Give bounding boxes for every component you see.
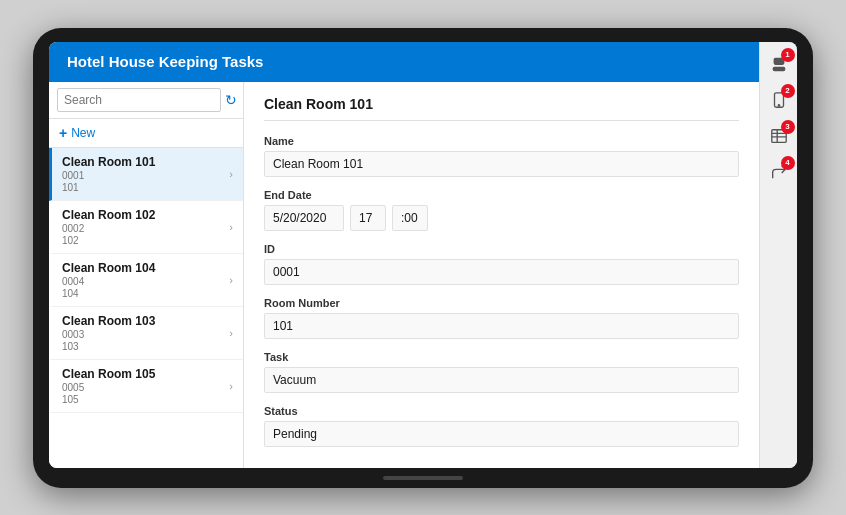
list-item[interactable]: Clean Room 101 0001 101 › <box>49 148 243 201</box>
toolbar-btn-2[interactable]: 2 <box>765 86 793 114</box>
list-item-title: Clean Room 105 <box>62 367 155 381</box>
id-field: ID 0001 <box>264 243 739 285</box>
list-item-title: Clean Room 101 <box>62 155 155 169</box>
screen: Hotel House Keeping Tasks ↻ + New <box>49 42 797 468</box>
new-button[interactable]: + New <box>49 119 243 148</box>
list-item[interactable]: Clean Room 103 0003 103 › <box>49 307 243 360</box>
chevron-right-icon: › <box>229 380 233 392</box>
name-label: Name <box>264 135 739 147</box>
detail-panel: Clean Room 101 Name Clean Room 101 End D… <box>244 82 759 468</box>
status-label: Status <box>264 405 739 417</box>
new-button-label: New <box>71 126 95 140</box>
list-item-room: 103 <box>62 341 155 352</box>
list-item-title: Clean Room 104 <box>62 261 155 275</box>
task-field: Task Vacuum <box>264 351 739 393</box>
toolbar-btn-3[interactable]: 3 <box>765 122 793 150</box>
refresh-icon[interactable]: ↻ <box>225 92 237 108</box>
app-header: Hotel House Keeping Tasks <box>49 42 797 82</box>
list-item-content: Clean Room 103 0003 103 <box>62 314 155 352</box>
list-item-title: Clean Room 102 <box>62 208 155 222</box>
status-field: Status Pending <box>264 405 739 447</box>
app-title: Hotel House Keeping Tasks <box>67 53 263 70</box>
list-item-room: 104 <box>62 288 155 299</box>
list-item-content: Clean Room 104 0004 104 <box>62 261 155 299</box>
list-item-id: 0003 <box>62 329 155 340</box>
list-item-id: 0001 <box>62 170 155 181</box>
chevron-right-icon: › <box>229 221 233 233</box>
room-number-label: Room Number <box>264 297 739 309</box>
end-date-field: End Date 5/20/2020 17 :00 <box>264 189 739 231</box>
sidebar: ↻ + New Clean Room 101 0001 101 <box>49 82 244 468</box>
search-input[interactable] <box>57 88 221 112</box>
status-value: Pending <box>264 421 739 447</box>
list-item[interactable]: Clean Room 102 0002 102 › <box>49 201 243 254</box>
task-label: Task <box>264 351 739 363</box>
chevron-right-icon: › <box>229 274 233 286</box>
toolbar-badge-2: 2 <box>781 84 795 98</box>
svg-point-3 <box>778 104 779 105</box>
end-date-label: End Date <box>264 189 739 201</box>
room-number-field: Room Number 101 <box>264 297 739 339</box>
list-item-room: 102 <box>62 235 155 246</box>
list-item-content: Clean Room 101 0001 101 <box>62 155 155 193</box>
end-date-hour: 17 <box>350 205 386 231</box>
list-item-id: 0002 <box>62 223 155 234</box>
room-list: Clean Room 101 0001 101 › Clean Room 102… <box>49 148 243 468</box>
main-content: ↻ + New Clean Room 101 0001 101 <box>49 82 797 468</box>
end-date-value-group: 5/20/2020 17 :00 <box>264 205 739 231</box>
end-date-date: 5/20/2020 <box>264 205 344 231</box>
list-item[interactable]: Clean Room 105 0005 105 › <box>49 360 243 413</box>
chevron-right-icon: › <box>229 168 233 180</box>
list-item-content: Clean Room 102 0002 102 <box>62 208 155 246</box>
list-item-title: Clean Room 103 <box>62 314 155 328</box>
list-item-id: 0004 <box>62 276 155 287</box>
id-value: 0001 <box>264 259 739 285</box>
list-item[interactable]: Clean Room 104 0004 104 › <box>49 254 243 307</box>
list-item-content: Clean Room 105 0005 105 <box>62 367 155 405</box>
search-bar: ↻ <box>49 82 243 119</box>
id-label: ID <box>264 243 739 255</box>
name-value: Clean Room 101 <box>264 151 739 177</box>
toolbar-btn-4[interactable]: 4 <box>765 158 793 186</box>
detail-title: Clean Room 101 <box>264 96 739 121</box>
right-toolbar: 1 2 3 <box>759 82 797 468</box>
name-field: Name Clean Room 101 <box>264 135 739 177</box>
plus-icon: + <box>59 125 67 141</box>
list-item-id: 0005 <box>62 382 155 393</box>
list-item-room: 101 <box>62 182 155 193</box>
device-frame: Hotel House Keeping Tasks ↻ + New <box>33 28 813 488</box>
toolbar-badge-4: 4 <box>781 156 795 170</box>
end-date-min: :00 <box>392 205 428 231</box>
list-item-room: 105 <box>62 394 155 405</box>
toolbar-badge-3: 3 <box>781 120 795 134</box>
chevron-right-icon: › <box>229 327 233 339</box>
task-value: Vacuum <box>264 367 739 393</box>
room-number-value: 101 <box>264 313 739 339</box>
